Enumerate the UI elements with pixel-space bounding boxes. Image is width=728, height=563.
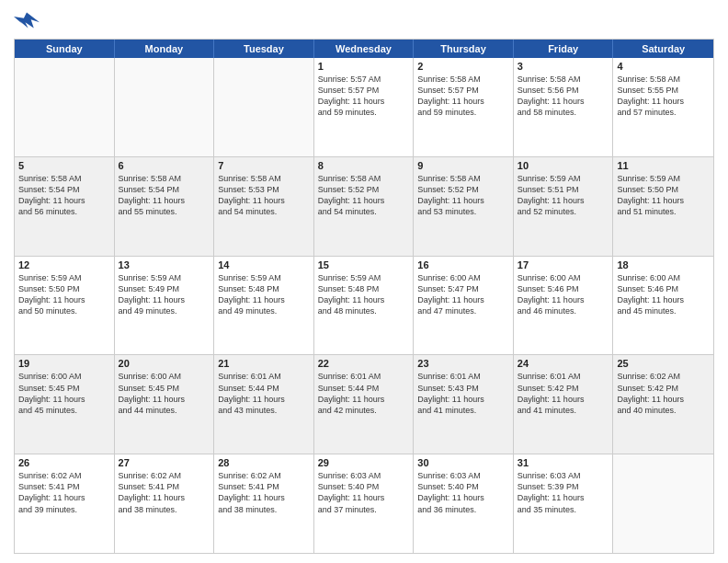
cell-info-line: Sunset: 5:52 PM (318, 184, 410, 195)
calendar-cell: 4Sunrise: 5:58 AMSunset: 5:55 PMDaylight… (613, 58, 713, 156)
cell-info-line: and 45 minutes. (617, 305, 710, 316)
calendar-cell: 3Sunrise: 5:58 AMSunset: 5:56 PMDaylight… (514, 58, 614, 156)
cell-info-line: Daylight: 11 hours (18, 294, 110, 305)
cell-info-line: and 56 minutes. (18, 206, 110, 217)
cell-info-line: and 58 minutes. (518, 107, 609, 118)
calendar-cell (613, 454, 713, 553)
cell-info-line: Sunrise: 5:58 AM (518, 74, 609, 85)
calendar-cell: 7Sunrise: 5:58 AMSunset: 5:53 PMDaylight… (214, 157, 314, 256)
day-number: 22 (318, 358, 410, 369)
cell-info-line: Sunrise: 5:59 AM (119, 272, 210, 283)
cell-info-line: and 35 minutes. (518, 504, 609, 515)
cell-info-line: Sunset: 5:52 PM (417, 184, 509, 195)
cell-info-line: Sunrise: 5:59 AM (18, 272, 110, 283)
cell-info-line: Daylight: 11 hours (119, 492, 210, 503)
cell-info-line: and 54 minutes. (218, 206, 310, 217)
day-number: 21 (218, 358, 310, 369)
cell-info-line: and 49 minutes. (119, 305, 210, 316)
cell-info-line: Sunrise: 5:58 AM (119, 173, 210, 184)
cell-info-line: Sunset: 5:54 PM (119, 184, 210, 195)
cell-info-line: Daylight: 11 hours (318, 294, 410, 305)
calendar-cell: 13Sunrise: 5:59 AMSunset: 5:49 PMDayligh… (115, 257, 215, 355)
day-number: 3 (518, 61, 609, 72)
cell-info-line: Daylight: 11 hours (119, 394, 210, 405)
cell-info-line: Daylight: 11 hours (318, 195, 410, 206)
cell-info-line: and 38 minutes. (218, 504, 310, 515)
cell-info-line: and 54 minutes. (318, 206, 410, 217)
cell-info-line: Sunset: 5:47 PM (417, 283, 509, 294)
cell-info-line: Sunset: 5:55 PM (617, 85, 710, 96)
cell-info-line: Sunrise: 6:02 AM (218, 470, 310, 481)
cell-info-line: Sunset: 5:46 PM (518, 283, 609, 294)
logo-icon (14, 9, 40, 31)
cell-info-line: and 50 minutes. (18, 305, 110, 316)
cell-info-line: Sunset: 5:44 PM (318, 383, 410, 394)
calendar-cell: 25Sunrise: 6:02 AMSunset: 5:42 PMDayligh… (613, 355, 713, 454)
cell-info-line: Daylight: 11 hours (518, 294, 609, 305)
day-number: 26 (18, 457, 110, 468)
day-number: 9 (417, 160, 509, 171)
cell-info-line: Sunrise: 6:02 AM (119, 470, 210, 481)
cell-info-line: Sunrise: 6:00 AM (518, 272, 609, 283)
cell-info-line: Daylight: 11 hours (18, 394, 110, 405)
calendar-row-3: 19Sunrise: 6:00 AMSunset: 5:45 PMDayligh… (15, 354, 713, 454)
page: SundayMondayTuesdayWednesdayThursdayFrid… (0, 0, 728, 563)
cell-info-line: Daylight: 11 hours (18, 195, 110, 206)
day-number: 24 (518, 358, 609, 369)
calendar-cell: 8Sunrise: 5:58 AMSunset: 5:52 PMDaylight… (314, 157, 415, 256)
cell-info-line: Sunrise: 5:58 AM (218, 173, 310, 184)
day-number: 10 (518, 160, 609, 171)
day-number: 29 (318, 457, 410, 468)
calendar-cell (15, 58, 115, 156)
day-number: 31 (518, 457, 609, 468)
cell-info-line: and 41 minutes. (518, 405, 609, 416)
day-number: 14 (218, 259, 310, 270)
day-number: 8 (318, 160, 410, 171)
cell-info-line: Daylight: 11 hours (318, 96, 410, 107)
calendar-cell: 30Sunrise: 6:03 AMSunset: 5:40 PMDayligh… (414, 454, 514, 553)
calendar-cell: 5Sunrise: 5:58 AMSunset: 5:54 PMDaylight… (15, 157, 115, 256)
svg-marker-0 (14, 12, 40, 28)
calendar-cell: 6Sunrise: 5:58 AMSunset: 5:54 PMDaylight… (115, 157, 215, 256)
cell-info-line: Sunset: 5:46 PM (617, 283, 710, 294)
cell-info-line: and 51 minutes. (617, 206, 710, 217)
cell-info-line: Sunset: 5:40 PM (417, 481, 509, 492)
calendar-cell: 20Sunrise: 6:00 AMSunset: 5:45 PMDayligh… (115, 355, 215, 454)
day-number: 7 (218, 160, 310, 171)
calendar-cell: 17Sunrise: 6:00 AMSunset: 5:46 PMDayligh… (514, 257, 614, 355)
cell-info-line: Sunrise: 6:03 AM (318, 470, 410, 481)
calendar-row-2: 12Sunrise: 5:59 AMSunset: 5:50 PMDayligh… (15, 256, 713, 355)
cell-info-line: and 43 minutes. (218, 405, 310, 416)
cell-info-line: and 59 minutes. (417, 107, 509, 118)
cell-info-line: and 38 minutes. (119, 504, 210, 515)
cell-info-line: Daylight: 11 hours (617, 394, 710, 405)
cell-info-line: and 42 minutes. (318, 405, 410, 416)
calendar-cell: 31Sunrise: 6:03 AMSunset: 5:39 PMDayligh… (514, 454, 614, 553)
day-number: 27 (119, 457, 210, 468)
calendar-cell: 15Sunrise: 5:59 AMSunset: 5:48 PMDayligh… (314, 257, 415, 355)
cell-info-line: Daylight: 11 hours (417, 195, 509, 206)
day-number: 17 (518, 259, 609, 270)
cell-info-line: Sunrise: 5:57 AM (318, 74, 410, 85)
day-number: 16 (417, 259, 509, 270)
cell-info-line: and 41 minutes. (417, 405, 509, 416)
cell-info-line: Daylight: 11 hours (119, 294, 210, 305)
cell-info-line: Sunset: 5:54 PM (18, 184, 110, 195)
header-day-tuesday: Tuesday (214, 40, 314, 58)
day-number: 30 (417, 457, 509, 468)
cell-info-line: Sunrise: 6:03 AM (518, 470, 609, 481)
cell-info-line: Daylight: 11 hours (318, 394, 410, 405)
day-number: 11 (617, 160, 710, 171)
cell-info-line: Sunrise: 6:00 AM (417, 272, 509, 283)
cell-info-line: Sunset: 5:50 PM (18, 283, 110, 294)
cell-info-line: Sunset: 5:42 PM (617, 383, 710, 394)
day-number: 1 (318, 61, 410, 72)
header-day-wednesday: Wednesday (314, 40, 415, 58)
calendar-cell: 21Sunrise: 6:01 AMSunset: 5:44 PMDayligh… (214, 355, 314, 454)
calendar-row-4: 26Sunrise: 6:02 AMSunset: 5:41 PMDayligh… (15, 454, 713, 553)
cell-info-line: Sunset: 5:45 PM (18, 383, 110, 394)
cell-info-line: Daylight: 11 hours (218, 195, 310, 206)
cell-info-line: Sunrise: 5:58 AM (18, 173, 110, 184)
cell-info-line: and 48 minutes. (318, 305, 410, 316)
cell-info-line: Sunrise: 6:03 AM (417, 470, 509, 481)
